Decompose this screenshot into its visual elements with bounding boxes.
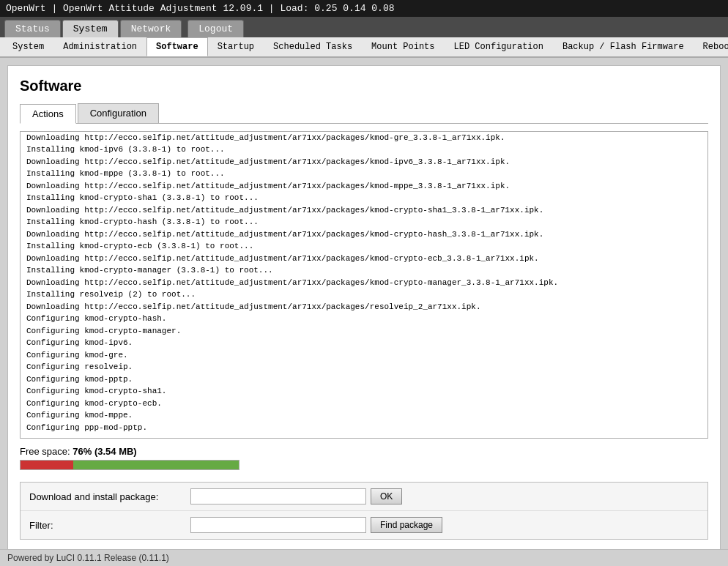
free-space-section: Free space: 76% (3.54 MB) [20,446,708,470]
log-line: Configuring ppp-mod-pptp. [26,422,702,434]
find-package-button[interactable]: Find package [371,517,442,533]
tab-configuration[interactable]: Configuration [78,103,159,123]
action-tabs: Actions Configuration [20,103,708,124]
progress-bar-used [21,461,73,469]
sub-tab-led-configuration[interactable]: LED Configuration [445,37,553,56]
sub-tab-mount-points[interactable]: Mount Points [362,37,444,56]
log-line: Installing kmod-crypto-hash (3.3.8-1) to… [26,216,702,228]
log-line: Installing kmod-ipv6 (3.3.8-1) to root..… [26,144,702,156]
free-space-value: 76% (3.54 MB) [73,446,136,457]
sub-tab-software[interactable]: Software [146,37,208,56]
log-line: Downloading http://ecco.selfip.net/attit… [26,180,702,193]
bottom-form: Download and install package: OK Filter:… [20,482,708,540]
top-tab-system[interactable]: System [62,20,119,37]
sub-tab-backup-flash-firmware[interactable]: Backup / Flash Firmware [553,37,694,56]
ok-button[interactable]: OK [371,488,402,504]
top-tab-network[interactable]: Network [120,20,182,37]
log-line: Configuring kmod-ipv6. [26,337,702,349]
log-line: Installing kmod-crypto-sha1 (3.3.8-1) to… [26,192,702,204]
sub-tab-reboot[interactable]: Reboot [694,37,728,56]
top-tab-status[interactable]: Status [4,20,61,37]
log-line: Downloading http://ecco.selfip.net/attit… [26,301,702,313]
top-nav: Status System Network Logout [0,17,728,37]
progress-bar [20,460,239,470]
main-content: Software Actions Configuration Installin… [7,65,721,552]
download-label: Download and install package: [29,491,190,502]
sub-tab-startup[interactable]: Startup [208,37,264,56]
sub-nav: System Administration Software Startup S… [0,37,728,58]
log-line: Configuring resolveip. [26,361,702,373]
free-space-label: Free space: 76% (3.54 MB) [20,446,708,457]
log-line: Installing resolveip (2) to root... [26,288,702,301]
download-row: Download and install package: OK [21,483,707,511]
filter-input[interactable] [190,517,366,533]
log-line: Installing kmod-crypto-ecb (3.3.8-1) to … [26,240,702,253]
log-line: Downloading http://ecco.selfip.net/attit… [26,156,702,168]
log-line: Configuring kmod-mppe. [26,409,702,422]
log-line: Installing kmod-mppe (3.3.8-1) to root..… [26,168,702,180]
footer-text: Powered by LuCI 0.11.1 Release (0.11.1) [7,553,169,559]
log-line: Downloading http://ecco.selfip.net/attit… [26,132,702,144]
log-line: Downloading http://ecco.selfip.net/attit… [26,277,702,289]
page-title: Software [20,78,708,94]
sub-tab-system[interactable]: System [3,37,53,56]
log-line: Configuring kmod-gre. [26,349,702,362]
progress-bar-free [73,461,239,469]
log-line: Downloading http://ecco.selfip.net/attit… [26,228,702,241]
log-line: Downloading http://ecco.selfip.net/attit… [26,253,702,265]
log-line: Configuring kmod-crypto-manager. [26,325,702,338]
log-line: Configuring kmod-crypto-hash. [26,313,702,325]
title-bar: OpenWrt | OpenWrt Attitude Adjustment 12… [0,0,728,17]
log-line: Configuring kmod-crypto-sha1. [26,385,702,398]
log-line: Configuring kmod-crypto-ecb. [26,398,702,410]
tab-actions[interactable]: Actions [20,104,76,124]
top-tab-logout[interactable]: Logout [187,20,244,37]
log-output: Installing ppp-mod-pptp (2.4.5-10) to ro… [20,131,708,439]
title-text: OpenWrt | OpenWrt Attitude Adjustment 12… [6,3,395,14]
sub-tab-scheduled-tasks[interactable]: Scheduled Tasks [264,37,362,56]
sub-tab-administration[interactable]: Administration [53,37,146,56]
log-line: Downloading http://ecco.selfip.net/attit… [26,204,702,217]
log-line: Installing kmod-crypto-manager (3.3.8-1)… [26,264,702,277]
log-line: Configuring kmod-pptp. [26,373,702,386]
footer: Powered by LuCI 0.11.1 Release (0.11.1) [0,549,728,559]
filter-row: Filter: Find package [21,511,707,539]
download-input[interactable] [190,488,366,504]
filter-label: Filter: [29,520,190,531]
